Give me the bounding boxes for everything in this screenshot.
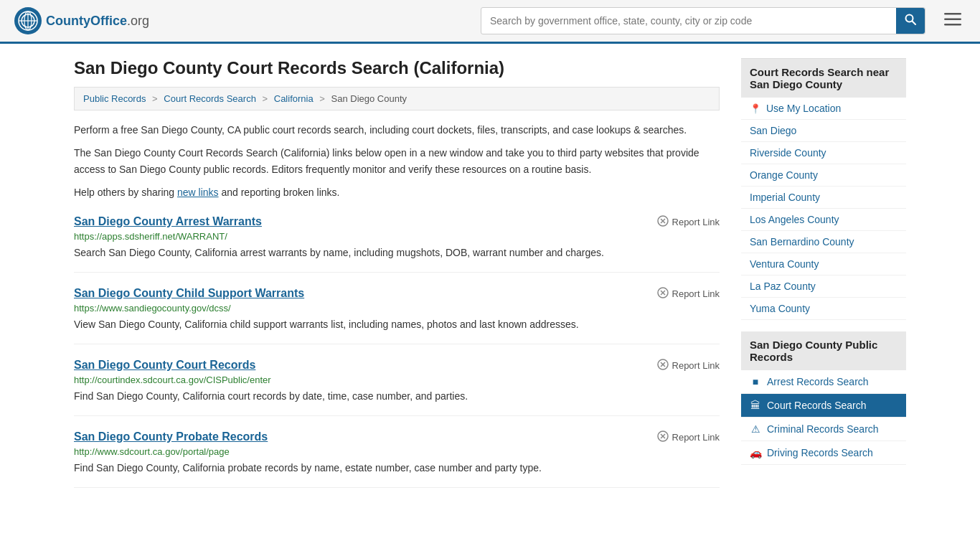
arrest-icon: ■ — [750, 376, 761, 387]
record-link-label: Arrest Records Search — [767, 376, 869, 387]
result-header: San Diego County Probate Records Report … — [74, 430, 720, 444]
breadcrumb-california[interactable]: California — [274, 93, 314, 104]
result-header: San Diego County Child Support Warrants … — [74, 287, 720, 301]
record-link-item[interactable]: 🏛Court Records Search — [741, 394, 906, 418]
nearby-link-item[interactable]: La Paz County — [741, 276, 906, 298]
breadcrumb: Public Records > Court Records Search > … — [74, 87, 720, 110]
use-my-location-link[interactable]: 📍 Use My Location — [741, 98, 906, 120]
result-item: San Diego County Arrest Warrants Report … — [74, 215, 720, 273]
nearby-links: 📍 Use My Location San DiegoRiverside Cou… — [741, 98, 906, 320]
report-link-button[interactable]: Report Link — [657, 287, 720, 301]
result-item: San Diego County Court Records Report Li… — [74, 359, 720, 416]
nearby-link-item[interactable]: Los Angeles County — [741, 209, 906, 231]
hamburger-button[interactable] — [940, 9, 966, 34]
record-link-label: Court Records Search — [767, 400, 867, 411]
nearby-link-item[interactable]: Yuma County — [741, 298, 906, 320]
record-link-item[interactable]: ⚠Criminal Records Search — [741, 418, 906, 441]
svg-rect-8 — [944, 18, 961, 20]
nearby-link-item[interactable]: Riverside County — [741, 142, 906, 164]
report-link-button[interactable]: Report Link — [657, 215, 720, 229]
nearby-link-item[interactable]: San Diego — [741, 120, 906, 142]
result-url[interactable]: http://courtindex.sdcourt.ca.gov/CISPubl… — [74, 375, 720, 385]
report-icon — [657, 430, 669, 444]
content-area: San Diego County Court Records Search (C… — [74, 58, 720, 488]
driving-icon: 🚗 — [750, 447, 761, 458]
nearby-link-item[interactable]: Ventura County — [741, 253, 906, 276]
result-header: San Diego County Court Records Report Li… — [74, 359, 720, 372]
new-links-link[interactable]: new links — [177, 187, 219, 198]
nearby-header: Court Records Search near San Diego Coun… — [741, 58, 906, 98]
report-link-button[interactable]: Report Link — [657, 430, 720, 444]
report-link-label: Report Link — [672, 288, 720, 299]
description-3: Help others by sharing new links and rep… — [74, 184, 720, 200]
result-header: San Diego County Arrest Warrants Report … — [74, 215, 720, 229]
result-description: Find San Diego County, California probat… — [74, 461, 720, 476]
search-icon — [905, 14, 916, 25]
public-records-header: San Diego County Public Records — [741, 331, 906, 370]
report-link-button[interactable]: Report Link — [657, 359, 720, 372]
logo-text: CountyOffice.org — [46, 14, 149, 29]
page-title: San Diego County Court Records Search (C… — [74, 58, 720, 78]
breadcrumb-san-diego: San Diego County — [331, 93, 407, 104]
result-title[interactable]: San Diego County Probate Records — [74, 430, 268, 443]
sidebar: Court Records Search near San Diego Coun… — [741, 58, 906, 488]
court-icon: 🏛 — [750, 400, 761, 411]
report-link-label: Report Link — [672, 432, 720, 443]
record-link-label: Driving Records Search — [767, 447, 873, 458]
report-icon — [657, 287, 669, 301]
result-description: View San Diego County, California child … — [74, 317, 720, 332]
result-description: Find San Diego County, California court … — [74, 389, 720, 404]
hamburger-icon — [944, 13, 961, 26]
result-url[interactable]: http://www.sdcourt.ca.gov/portal/page — [74, 446, 720, 457]
breadcrumb-public-records[interactable]: Public Records — [83, 93, 146, 104]
description-1: Perform a free San Diego County, CA publ… — [74, 122, 720, 138]
description-2: The San Diego County Court Records Searc… — [74, 145, 720, 177]
svg-rect-7 — [944, 13, 961, 15]
nearby-link-item[interactable]: Orange County — [741, 164, 906, 187]
record-link-item[interactable]: ■Arrest Records Search — [741, 370, 906, 394]
result-title[interactable]: San Diego County Child Support Warrants — [74, 287, 304, 300]
result-url[interactable]: https://apps.sdsheriff.net/WARRANT/ — [74, 231, 720, 242]
nearby-link-item[interactable]: Imperial County — [741, 187, 906, 209]
svg-rect-9 — [944, 24, 961, 26]
report-icon — [657, 359, 669, 372]
result-item: San Diego County Probate Records Report … — [74, 430, 720, 488]
report-link-label: Report Link — [672, 217, 720, 227]
svg-line-6 — [913, 22, 916, 25]
search-button[interactable] — [896, 8, 925, 34]
criminal-icon: ⚠ — [750, 423, 761, 435]
public-records-section: San Diego County Public Records ■Arrest … — [741, 331, 906, 465]
report-link-label: Report Link — [672, 360, 720, 371]
report-icon — [657, 215, 669, 229]
result-item: San Diego County Child Support Warrants … — [74, 287, 720, 344]
result-title[interactable]: San Diego County Court Records — [74, 359, 255, 372]
results-list: San Diego County Arrest Warrants Report … — [74, 215, 720, 488]
result-url[interactable]: https://www.sandiegocounty.gov/dcss/ — [74, 303, 720, 314]
search-bar — [481, 7, 925, 34]
logo[interactable]: CountyOffice.org — [14, 7, 149, 34]
location-icon: 📍 — [750, 103, 761, 114]
result-title[interactable]: San Diego County Arrest Warrants — [74, 215, 262, 228]
record-link-item[interactable]: 🚗Driving Records Search — [741, 441, 906, 465]
breadcrumb-court-records[interactable]: Court Records Search — [164, 93, 256, 104]
result-description: Search San Diego County, California arre… — [74, 245, 720, 260]
record-link-label: Criminal Records Search — [767, 423, 879, 435]
search-input[interactable] — [481, 9, 896, 32]
logo-icon — [14, 7, 42, 34]
nearby-link-item[interactable]: San Bernardino County — [741, 231, 906, 253]
